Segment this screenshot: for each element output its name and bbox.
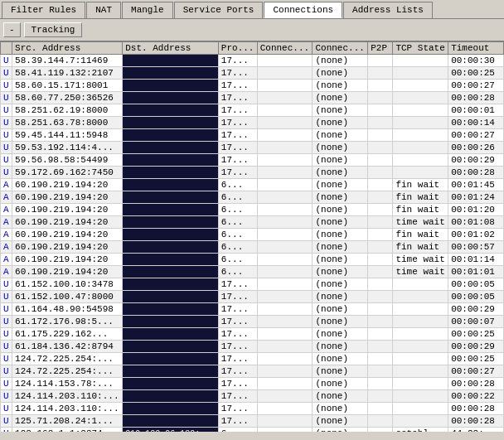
table-row[interactable]: U 58.60.77.250:36526 17... (none) 00:00:… <box>1 92 504 104</box>
tab-address-lists[interactable]: Address Lists <box>343 2 433 18</box>
cell-timeout: 00:00:28 <box>448 415 504 428</box>
table-row[interactable]: U 59.56.98.58:54499 17... (none) 00:00:2… <box>1 154 504 167</box>
cell-tcp <box>393 365 448 378</box>
cell-proto: 17... <box>218 341 257 353</box>
table-row[interactable]: U 124.72.225.254:... 17... (none) 00:00:… <box>1 365 504 378</box>
table-row[interactable]: U 58.41.119.132:2107 17... (none) 00:00:… <box>1 67 504 80</box>
table-row[interactable]: A 60.190.219.194:20 6... (none) fin wait… <box>1 204 504 216</box>
cell-dst <box>123 179 219 191</box>
cell-p2p <box>368 266 393 278</box>
tab-nat[interactable]: NAT <box>86 2 121 18</box>
minus-button[interactable]: - <box>3 22 21 37</box>
cell-connec2: (none) <box>313 204 368 216</box>
col-header-timeout[interactable]: Timeout <box>448 42 504 55</box>
table-row[interactable]: A 60.190.219.194:20 6... (none) fin wait… <box>1 191 504 204</box>
cell-tcp <box>393 67 448 80</box>
cell-p2p <box>368 328 393 341</box>
table-row[interactable]: U 58.251.62.19:8000 17... (none) 00:00:0… <box>1 104 504 117</box>
table-row[interactable]: U 124.114.203.110:... 17... (none) 00:00… <box>1 403 504 415</box>
cell-timeout: 00:00:28 <box>448 378 504 390</box>
cell-connec2: (none) <box>313 365 368 378</box>
cell-timeout: 00:00:27 <box>448 365 504 378</box>
table-row[interactable]: U 124.114.153.78:... 17... (none) 00:00:… <box>1 378 504 390</box>
table-row[interactable]: A 60.190.219.194:20 6... (none) time wai… <box>1 216 504 229</box>
table-row[interactable]: U 58.251.63.78:8000 17... (none) 00:00:1… <box>1 117 504 129</box>
col-header-connec2[interactable]: Connec... <box>313 42 368 55</box>
table-row[interactable]: U 124.114.203.110:... 17... (none) 00:00… <box>1 390 504 403</box>
cell-timeout: 00:01:20 <box>448 204 504 216</box>
cell-p2p <box>368 80 393 92</box>
cell-tcp <box>393 403 448 415</box>
table-row[interactable]: A 60.190.219.194:20 6... (none) time wai… <box>1 254 504 266</box>
table-row[interactable]: U 61.184.136.42:8794 17... (none) 00:00:… <box>1 341 504 353</box>
cell-src: 58.251.63.78:8000 <box>12 117 123 129</box>
cell-flag: A <box>1 216 12 229</box>
col-header-dst[interactable]: Dst. Address <box>123 42 219 55</box>
cell-connec2: (none) <box>313 303 368 316</box>
col-header-tcp[interactable]: TCP State <box>393 42 448 55</box>
cell-timeout: 00:00:05 <box>448 291 504 303</box>
cell-p2p <box>368 341 393 353</box>
table-row[interactable]: A 60.190.219.194:20 6... (none) time wai… <box>1 266 504 278</box>
cell-connec2: (none) <box>313 291 368 303</box>
table-row[interactable]: U 61.175.229.162... 17... (none) 00:00:2… <box>1 328 504 341</box>
cell-timeout: 00:01:08 <box>448 216 504 229</box>
cell-connec1 <box>257 204 313 216</box>
cell-p2p <box>368 365 393 378</box>
cell-connec2: (none) <box>313 403 368 415</box>
cell-connec2: (none) <box>313 390 368 403</box>
cell-dst <box>123 104 219 117</box>
table-row[interactable]: U 192.168.1.1:3374 219.133.96.180:... 6.… <box>1 428 504 433</box>
cell-flag: U <box>1 303 12 316</box>
col-header-proto[interactable]: Pro... <box>218 42 257 55</box>
cell-timeout: 00:01:02 <box>448 229 504 241</box>
table-row[interactable]: U 59.45.144.11:5948 17... (none) 00:00:2… <box>1 129 504 142</box>
tab-connections[interactable]: Connections <box>264 2 342 18</box>
cell-connec2: (none) <box>313 179 368 191</box>
cell-src: 124.114.203.110:... <box>12 390 123 403</box>
tab-filter-rules[interactable]: Filter Rules <box>2 2 85 18</box>
cell-tcp: fin wait <box>393 204 448 216</box>
cell-connec1 <box>257 415 313 428</box>
cell-flag: U <box>1 378 12 390</box>
table-row[interactable]: U 125.71.208.24:1... 17... (none) 00:00:… <box>1 415 504 428</box>
cell-src: 59.53.192.114:4... <box>12 142 123 154</box>
cell-connec1 <box>257 241 313 254</box>
col-header-p2p[interactable]: P2P <box>368 42 393 55</box>
tab-mangle[interactable]: Mangle <box>122 2 173 18</box>
table-row[interactable]: U 59.53.192.114:4... 17... (none) 00:00:… <box>1 142 504 154</box>
table-row[interactable]: A 60.190.219.194:20 6... (none) fin wait… <box>1 229 504 241</box>
cell-proto: 6... <box>218 241 257 254</box>
table-row[interactable]: U 58.60.15.171:8001 17... (none) 00:00:2… <box>1 80 504 92</box>
cell-connec2: (none) <box>313 428 368 433</box>
cell-proto: 17... <box>218 92 257 104</box>
col-header-connec1[interactable]: Connec... <box>257 42 313 55</box>
cell-flag: A <box>1 266 12 278</box>
col-header-src[interactable]: Src. Address <box>12 42 123 55</box>
table-row[interactable]: A 60.190.219.194:20 6... (none) fin wait… <box>1 241 504 254</box>
cell-connec2: (none) <box>313 167 368 179</box>
table-row[interactable]: U 61.172.176.98:5... 17... (none) 00:00:… <box>1 316 504 328</box>
table-row[interactable]: U 61.152.100.10:3478 17... (none) 00:00:… <box>1 278 504 291</box>
table-row[interactable]: U 124.72.225.254:... 17... (none) 00:00:… <box>1 353 504 365</box>
table-row[interactable]: A 60.190.219.194:20 6... (none) fin wait… <box>1 179 504 191</box>
cell-dst <box>123 378 219 390</box>
cell-flag: U <box>1 55 12 67</box>
cell-tcp <box>393 80 448 92</box>
cell-proto: 17... <box>218 390 257 403</box>
table-row[interactable]: U 59.172.69.162:7450 17... (none) 00:00:… <box>1 167 504 179</box>
cell-tcp <box>393 353 448 365</box>
table-row[interactable]: U 61.152.100.47:8000 17... (none) 00:00:… <box>1 291 504 303</box>
cell-src: 125.71.208.24:1... <box>12 415 123 428</box>
table-row[interactable]: U 61.164.48.90:54598 17... (none) 00:00:… <box>1 303 504 316</box>
cell-flag: U <box>1 291 12 303</box>
table-row[interactable]: U 58.39.144.7:11469 17... (none) 00:00:3… <box>1 55 504 67</box>
cell-tcp <box>393 415 448 428</box>
tab-service-ports[interactable]: Service Ports <box>174 2 264 18</box>
cell-timeout: 00:00:07 <box>448 316 504 328</box>
cell-connec2: (none) <box>313 341 368 353</box>
cell-p2p <box>368 191 393 204</box>
tracking-button[interactable]: Tracking <box>24 22 83 37</box>
cell-p2p <box>368 216 393 229</box>
cell-proto: 6... <box>218 191 257 204</box>
